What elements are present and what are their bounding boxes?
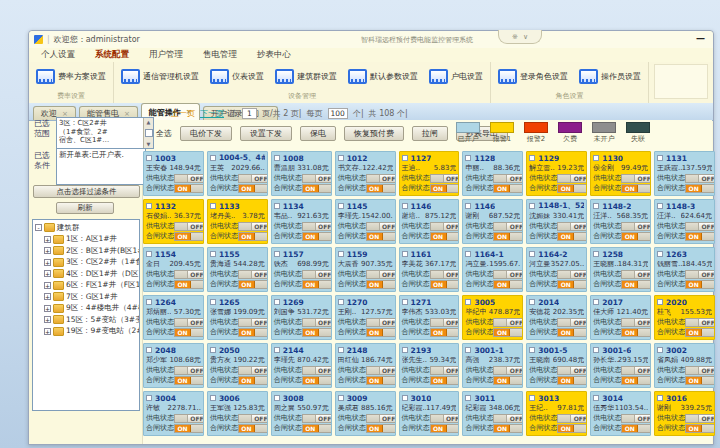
tree-node-9[interactable]: +19区：9#变电站（2#… xyxy=(35,326,139,338)
room-card[interactable]: 1264郑炳丽..57.30元供电状态OFF合闸状态ON xyxy=(143,295,204,340)
supply-status-toggle[interactable]: OFF xyxy=(557,222,587,231)
switch-status-toggle[interactable]: ON xyxy=(366,376,396,385)
switch-status-toggle[interactable]: ON xyxy=(366,424,396,433)
room-card[interactable]: 1127王迪..5.83元供电状态OFF合闸状态ON xyxy=(399,151,460,196)
tree-node-2[interactable]: +2区：B区1#井(B区1#… xyxy=(35,245,139,257)
expander-icon[interactable]: + xyxy=(44,282,51,289)
switch-status-toggle[interactable]: ON xyxy=(557,424,587,433)
card-checkbox[interactable] xyxy=(274,395,280,401)
card-checkbox[interactable] xyxy=(210,203,216,209)
switch-status-toggle[interactable]: ON xyxy=(302,184,332,193)
switch-status-toggle[interactable]: ON xyxy=(557,184,587,193)
card-checkbox[interactable] xyxy=(529,155,535,161)
card-checkbox[interactable] xyxy=(146,395,152,401)
card-checkbox[interactable] xyxy=(274,299,280,305)
room-card[interactable]: 2144李瑾先870.42元供电状态OFF合闸状态ON xyxy=(271,343,332,388)
room-card[interactable]: 3011纪彩霞348.06元供电状态OFF合闸状态ON xyxy=(462,391,523,436)
card-checkbox[interactable] xyxy=(274,203,280,209)
expander-icon[interactable]: + xyxy=(44,316,51,323)
switch-status-toggle[interactable]: ON xyxy=(238,328,268,337)
switch-status-toggle[interactable]: ON xyxy=(174,232,204,241)
supply-status-toggle[interactable]: OFF xyxy=(302,414,332,423)
supply-status-toggle[interactable]: OFF xyxy=(366,414,396,423)
refresh-button[interactable]: 刷新 xyxy=(56,202,114,214)
switch-status-toggle[interactable]: ON xyxy=(238,280,268,289)
switch-status-toggle[interactable]: ON xyxy=(174,280,204,289)
room-card[interactable]: 1164-2河立曼3527.05..供电状态OFF合闸状态ON xyxy=(526,247,587,292)
room-card[interactable]: 1146谢刚687.52元供电状态OFF合闸状态ON xyxy=(462,199,523,244)
supply-status-toggle[interactable]: OFF xyxy=(366,366,396,375)
ribbon-button[interactable]: 费率方案设置 xyxy=(34,68,108,85)
switch-status-toggle[interactable]: ON xyxy=(238,232,268,241)
room-card[interactable]: 1271李伟杰533.03元供电状态OFF合闸状态ON xyxy=(399,295,460,340)
tree-node-6[interactable]: +7区：G区1#井 xyxy=(35,291,139,303)
per-page-input[interactable]: 100 xyxy=(328,108,348,119)
choose-filter-button[interactable]: 点击选择过滤条件 xyxy=(33,185,140,198)
room-card[interactable]: 3001-1高强238.37元供电状态OFF合闸状态ON xyxy=(462,343,523,388)
supply-status-toggle[interactable]: OFF xyxy=(174,174,204,183)
supply-status-toggle[interactable]: OFF xyxy=(238,174,268,183)
supply-status-toggle[interactable]: OFF xyxy=(174,270,204,279)
ribbon-button[interactable]: 仪表设置 xyxy=(208,68,266,85)
room-card[interactable]: 3008周之翼550.97元供电状态OFF合闸状态ON xyxy=(271,391,332,436)
switch-status-toggle[interactable]: ON xyxy=(174,376,204,385)
room-card[interactable]: 2050贵方友190.22元供电状态OFF合闸状态ON xyxy=(207,343,268,388)
room-card[interactable]: 1148-2汪洋..568.35元供电状态OFF合闸状态ON xyxy=(590,199,651,244)
card-checkbox[interactable] xyxy=(338,155,344,161)
supply-status-toggle[interactable]: OFF xyxy=(238,318,268,327)
card-checkbox[interactable] xyxy=(529,251,535,257)
expander-icon[interactable]: + xyxy=(44,259,51,266)
switch-status-toggle[interactable]: ON xyxy=(557,232,587,241)
switch-status-toggle[interactable]: ON xyxy=(366,232,396,241)
room-card[interactable]: 3001-6孙长华..293.15元供电状态OFF合闸状态ON xyxy=(590,343,651,388)
supply-status-toggle[interactable]: OFF xyxy=(621,174,651,183)
supply-status-toggle[interactable]: OFF xyxy=(493,366,523,375)
ribbon-button[interactable]: 默认参数设置 xyxy=(346,68,420,85)
supply-status-toggle[interactable]: OFF xyxy=(174,414,204,423)
expander-icon[interactable]: + xyxy=(44,293,51,300)
switch-status-toggle[interactable]: ON xyxy=(174,424,204,433)
supply-status-toggle[interactable]: OFF xyxy=(174,366,204,375)
card-checkbox[interactable] xyxy=(210,299,216,305)
tree-node-7[interactable]: +9区：4#楼电井（4#楼… xyxy=(35,303,139,315)
supply-status-toggle[interactable]: OFF xyxy=(366,318,396,327)
minimize-button[interactable]: — xyxy=(696,32,705,44)
switch-status-toggle[interactable]: ON xyxy=(493,424,523,433)
room-card[interactable]: 1133堵丹美..3.78元供电状态OFF合闸状态ON xyxy=(207,199,268,244)
supply-status-toggle[interactable]: OFF xyxy=(430,414,460,423)
room-card[interactable]: 1131王跃霞..137.59元供电状态OFF合闸状态ON xyxy=(654,151,715,196)
room-card[interactable]: 3006王军强125.83元供电状态OFF合闸状态ON xyxy=(207,391,268,436)
card-checkbox[interactable] xyxy=(146,299,152,305)
card-checkbox[interactable] xyxy=(657,299,663,305)
card-checkbox[interactable] xyxy=(593,251,599,257)
switch-status-toggle[interactable]: ON xyxy=(685,280,715,289)
action-button-1[interactable]: 电价下发 xyxy=(180,126,232,141)
supply-status-toggle[interactable]: OFF xyxy=(430,366,460,375)
room-card[interactable]: 1148-1、522沈媚妹330.41元供电状态OFF合闸状态ON xyxy=(526,199,587,244)
switch-status-toggle[interactable]: ON xyxy=(302,376,332,385)
room-card[interactable]: 3005毕纪中478.87元供电状态OFF合闸状态ON xyxy=(462,295,523,340)
supply-status-toggle[interactable]: OFF xyxy=(238,366,268,375)
room-card[interactable]: 3002省凤娟409.88元供电状态OFF合闸状态ON xyxy=(654,343,715,388)
switch-status-toggle[interactable]: ON xyxy=(430,376,460,385)
switch-status-toggle[interactable]: ON xyxy=(621,328,651,337)
expander-icon[interactable]: + xyxy=(44,270,51,277)
card-checkbox[interactable] xyxy=(465,155,471,161)
chevron-down-icon[interactable]: ∨ xyxy=(523,33,528,41)
switch-status-toggle[interactable]: ON xyxy=(174,184,204,193)
selected-condition-text[interactable]: 新开单表:已开户表. xyxy=(56,148,146,185)
supply-status-toggle[interactable]: OFF xyxy=(238,270,268,279)
switch-status-toggle[interactable]: ON xyxy=(493,280,523,289)
switch-status-toggle[interactable]: ON xyxy=(238,424,268,433)
supply-status-toggle[interactable]: OFF xyxy=(685,414,715,423)
supply-status-toggle[interactable]: OFF xyxy=(493,318,523,327)
room-card[interactable]: 1157铁杰698.99元供电状态OFF合闸状态ON xyxy=(271,247,332,292)
switch-status-toggle[interactable]: ON xyxy=(302,280,332,289)
supply-status-toggle[interactable]: OFF xyxy=(238,222,268,231)
menu-item-5[interactable]: 抄表中心 xyxy=(257,49,291,61)
switch-status-toggle[interactable]: ON xyxy=(430,328,460,337)
card-checkbox[interactable] xyxy=(465,395,471,401)
tree-node-8[interactable]: +15区：5#变站（3#变… xyxy=(35,314,139,326)
card-checkbox[interactable] xyxy=(529,347,535,353)
supply-status-toggle[interactable]: OFF xyxy=(302,270,332,279)
